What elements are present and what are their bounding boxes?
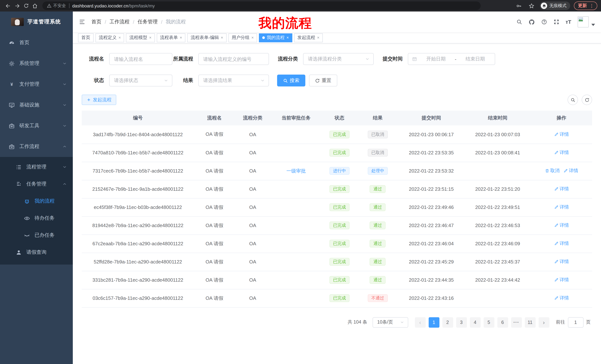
cancel-link[interactable]: 取消 [545,168,560,174]
chevdown-icon [365,57,370,61]
process-definition-input[interactable] [198,53,269,65]
breadcrumb-workflow[interactable]: 工作流程 [110,19,130,25]
close-icon[interactable]: × [149,36,151,40]
tab-用户分组[interactable]: 用户分组× [229,33,257,42]
close-icon[interactable]: × [180,36,182,40]
create-process-button[interactable]: 发起流程 [82,95,116,105]
password-key-icon[interactable] [514,1,523,10]
page-button-5[interactable]: 5 [483,317,494,327]
browser-home-icon[interactable] [30,1,39,10]
address-bar[interactable]: 不安全 dashboard.yudao.iocoder.cn/bpm/task/… [42,1,481,10]
detail-link[interactable]: 详情 [554,204,569,211]
sidebar-item-工作流程[interactable]: 工作流程 [0,136,73,157]
page-button-1[interactable]: 1 [429,317,439,327]
category-select[interactable]: 请选择流程分类 [303,53,374,65]
page-button-2[interactable]: 2 [442,317,453,327]
close-icon[interactable]: × [251,36,254,40]
cell-id: 7470a810-7b9b-11ec-b5b7-acde48001122 [82,144,194,162]
sidebar-item-首页[interactable]: 首页 [0,32,73,53]
sidebar-item-流程管理[interactable]: 流程管理 [0,158,73,175]
detail-link[interactable]: 详情 [554,277,569,283]
breadcrumb-home[interactable]: 首页 [91,19,101,25]
search-button[interactable]: 搜索 [277,75,305,86]
avatar[interactable] [578,16,589,28]
tab-流程模型[interactable]: 流程模型× [126,33,155,42]
close-icon[interactable]: × [286,36,289,40]
tab-首页[interactable]: 首页 [78,33,94,42]
page-size-select[interactable]: 10条/页 [372,317,408,327]
page-button-6[interactable]: 6 [497,317,508,327]
header-search-icon[interactable] [516,19,522,25]
tab-label: 发起流程 [297,35,315,41]
result-badge: 通过 [370,276,386,284]
monitor-icon [8,102,15,108]
sidebar-item-待办任务[interactable]: 待办任务 [0,210,73,227]
github-icon[interactable] [528,19,535,25]
sidebar-item-研发工具[interactable]: 研发工具 [0,115,73,136]
sidebar-item-支付管理[interactable]: ¥支付管理 [0,74,73,95]
detail-link[interactable]: 详情 [554,240,569,247]
eyeclosed-icon [23,232,30,238]
browser-forward-icon[interactable] [13,1,21,10]
detail-link[interactable]: 详情 [563,168,578,174]
breadcrumb-task[interactable]: 任务管理 [138,19,158,25]
browser-back-icon[interactable] [4,1,13,10]
font-size-icon[interactable]: тT [566,19,571,25]
sidebar-item-系统管理[interactable]: 系统管理 [0,53,73,74]
prev-page-button[interactable]: ‹ [415,317,425,327]
bookmark-star-icon[interactable] [527,1,536,10]
gear-icon [8,60,15,67]
toggle-search-button[interactable] [568,95,578,105]
cell-id: 819442e8-7b9a-11ec-a290-acde48001122 [82,216,194,234]
browser-reload-icon[interactable] [21,1,30,10]
active-dot [262,36,265,39]
help-icon[interactable] [541,19,547,25]
detail-link[interactable]: 详情 [554,295,569,301]
refresh-table-button[interactable] [582,95,592,105]
detail-link[interactable]: 详情 [554,259,569,265]
goto-page-input[interactable] [568,317,583,327]
close-icon[interactable]: × [119,36,121,40]
browser-menu-icon[interactable] [589,3,594,8]
detail-link[interactable]: 详情 [554,186,569,192]
app-logo[interactable]: 芋道管理系统 [0,11,73,32]
page-button-3[interactable]: 3 [456,317,467,327]
cell-actions: 详情 [531,289,592,307]
reset-button[interactable]: 重置 [309,75,337,86]
detail-link[interactable]: 详情 [554,150,569,156]
cell-name: OA 请假 [194,289,235,307]
sidebar-item-我的流程[interactable]: 我的流程 [0,192,73,210]
tab-发起流程[interactable]: 发起流程× [294,33,323,42]
sidebar-item-任务管理[interactable]: 任务管理 [0,175,73,192]
page-button-4[interactable]: 4 [470,317,481,327]
monitor-icon [8,102,15,108]
sidebar-item-label: 支付管理 [19,81,39,87]
tab-流程表单-编辑[interactable]: 流程表单-编辑× [187,33,227,42]
cell-actions: 详情 [531,271,592,289]
detail-link[interactable]: 详情 [554,222,569,229]
sidebar-item-基础设施[interactable]: 基础设施 [0,95,73,115]
page-button-11[interactable]: 11 [525,317,535,327]
avatar-caret-icon[interactable] [591,24,595,26]
close-icon[interactable]: × [221,36,223,40]
process-name-input[interactable] [109,53,172,65]
submit-time-range-picker[interactable]: 开始日期 - 结束日期 [408,53,495,65]
sidebar-item-已办任务[interactable]: 已办任务 [0,227,73,244]
column-header-流程名: 流程名 [194,111,235,125]
tab-我的流程[interactable]: 我的流程× [259,33,292,42]
sidebar-item-请假查询[interactable]: 请假查询 [0,244,73,261]
status-select[interactable]: 请选择状态 [109,75,172,86]
table-row: 331bc281-7b9a-11ec-a290-acde48001122OA 请… [82,271,592,289]
detail-link[interactable]: 详情 [554,131,569,137]
fullscreen-icon[interactable] [553,19,559,25]
tab-流程定义[interactable]: 流程定义× [95,33,124,42]
cell-id: 7317cec6-7b9b-11ec-b5b7-acde48001122 [82,162,194,180]
hamburger-icon[interactable] [79,19,85,25]
tab-流程表单[interactable]: 流程表单× [157,33,186,42]
result-select[interactable]: 请选择流结果 [198,75,269,86]
browser-update-button[interactable]: 更新 [574,1,597,10]
next-page-button[interactable]: › [538,317,549,327]
close-icon[interactable]: × [317,36,320,40]
more-pages-button[interactable]: ··· [511,317,522,327]
task-link[interactable]: 一级审批 [286,168,306,173]
